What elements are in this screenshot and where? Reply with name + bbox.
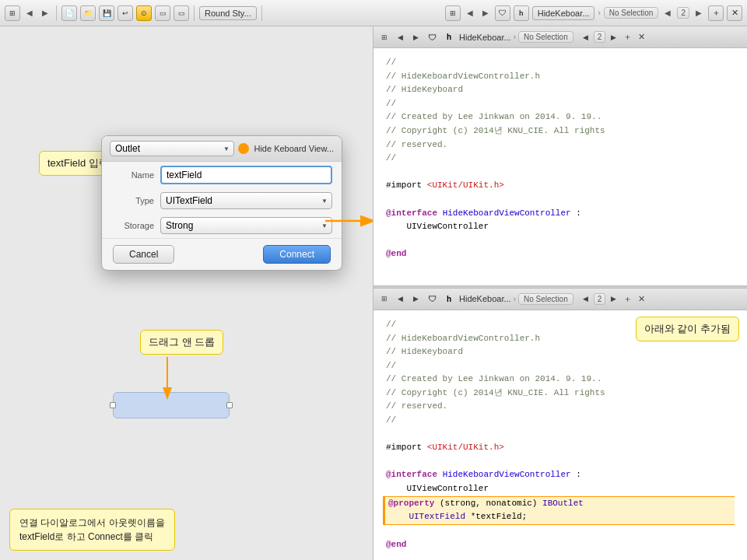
code-line: // xyxy=(386,414,735,428)
apps-icon[interactable]: ⊞ xyxy=(5,5,20,21)
top-grid-icon[interactable]: ⊞ xyxy=(378,31,391,44)
code-line xyxy=(386,428,735,442)
arrow-dialog-to-code xyxy=(325,205,374,236)
code-line xyxy=(386,234,735,248)
ib-left-panel: textField 입력 Outlet ▼ xyxy=(0,26,374,560)
connection-type-select[interactable]: Outlet xyxy=(110,141,234,156)
bottom-close-btn[interactable]: ✕ xyxy=(635,292,647,305)
undo-icon[interactable]: ↩ xyxy=(117,5,133,21)
bottom-grid-icon[interactable]: ⊞ xyxy=(378,292,391,305)
toolbar-close-btn[interactable]: ✕ xyxy=(727,5,742,21)
divider1 xyxy=(56,5,57,21)
ib-canvas: textField 입력 Outlet ▼ xyxy=(0,26,373,560)
layout-icon1[interactable]: ▭ xyxy=(155,5,170,21)
top-shield-icon: 🛡 xyxy=(425,30,439,44)
handle-right xyxy=(226,402,233,408)
top-close-btn[interactable]: ✕ xyxy=(635,31,647,44)
bottom-file-h-icon: h xyxy=(442,292,456,306)
top-counter-back[interactable]: ◀ xyxy=(580,31,592,44)
bottom-counter: 2 xyxy=(594,293,606,305)
right-panel: ⊞ ◀ ▶ 🛡 h HideKeboar... › No Selection ◀… xyxy=(374,26,747,560)
code-line: // reserved. xyxy=(386,138,735,152)
name-row: Name xyxy=(102,162,342,188)
divider2 xyxy=(194,5,195,21)
orange-dot-icon xyxy=(238,143,249,154)
annotation-drag: 드래그 앤 드롭 xyxy=(140,330,223,355)
top-code-toolbar: ⊞ ◀ ▶ 🛡 h HideKeboar... › No Selection ◀… xyxy=(374,26,747,48)
top-code-editor: // // HideKeboardViewController.h // Hid… xyxy=(374,48,747,285)
dialog-footer: Cancel Connect xyxy=(102,238,342,270)
right-nav-back[interactable]: ◀ xyxy=(464,5,476,21)
save-icon[interactable]: 💾 xyxy=(99,5,114,21)
type-select[interactable]: UITextField xyxy=(160,192,332,209)
new-file-icon[interactable]: 📄 xyxy=(61,5,77,21)
code-line: // Copyright (c) 2014년 KNU_CIE. All righ… xyxy=(386,387,735,401)
annotation-bottom: 연결 다이알로그에서 아웃렛이름을textField로 하고 Connect를 … xyxy=(9,509,175,551)
bottom-breadcrumb-path: HideKeboar... › No Selection xyxy=(459,293,573,305)
project-label[interactable]: Round Sty... xyxy=(199,6,257,20)
shield-icon[interactable]: 🛡 xyxy=(495,5,510,21)
top-toolbar: ⊞ ◀ ▶ 📄 📁 💾 ↩ ⊙ ▭ ▭ Round Sty... ⊞ ◀ ▶ 🛡… xyxy=(0,0,747,26)
code-line xyxy=(386,525,735,539)
nav-counter: 2 xyxy=(677,7,689,19)
bottom-counter-forward[interactable]: ▶ xyxy=(607,292,619,305)
dialog-header: Outlet ▼ Hide Keboard View... xyxy=(102,136,342,162)
bottom-add-btn[interactable]: ＋ xyxy=(621,292,633,305)
top-counter-forward[interactable]: ▶ xyxy=(607,31,619,44)
code-line: // xyxy=(386,97,735,111)
connection-type-wrap[interactable]: Outlet ▼ xyxy=(110,141,234,156)
bottom-nav-controls: ◀ 2 ▶ ＋ ✕ xyxy=(580,292,648,305)
bottom-forward-btn[interactable]: ▶ xyxy=(409,292,422,305)
storage-row: Storage Strong ▼ xyxy=(102,213,342,238)
run-icon[interactable]: ⊙ xyxy=(136,5,152,21)
layout-icon2[interactable]: ▭ xyxy=(174,5,189,21)
storage-select[interactable]: Strong xyxy=(160,217,332,234)
connect-button[interactable]: Connect xyxy=(263,245,331,264)
connection-dialog: Outlet ▼ Hide Keboard View... Name Type xyxy=(101,135,342,271)
outlet-target-label: Hide Keboard View... xyxy=(254,144,334,153)
toolbar-add-btn[interactable]: ＋ xyxy=(708,5,724,21)
top-add-btn[interactable]: ＋ xyxy=(621,31,633,44)
code-line: UIViewController xyxy=(386,220,735,234)
top-file-h-icon: h xyxy=(442,30,456,44)
hide-keboard-label: HideKeboar... xyxy=(532,6,595,20)
bottom-breadcrumb-sep: › xyxy=(514,295,516,303)
code-line xyxy=(386,193,735,207)
name-input[interactable] xyxy=(160,166,332,184)
badge-nav-forward[interactable]: ▶ xyxy=(693,5,705,21)
top-breadcrumb-path: HideKeboar... › No Selection xyxy=(459,31,573,43)
property-line-highlight: @property (strong, nonatomic) IBOutlet xyxy=(383,496,735,511)
top-breadcrumb-file: HideKeboar... xyxy=(459,33,511,42)
code-line: #import <UIKit/UIKit.h> xyxy=(386,441,735,455)
code-line: // Created by Lee Jinkwan on 2014. 9. 19… xyxy=(386,110,735,124)
type-dropdown-wrap[interactable]: UITextField ▼ xyxy=(160,192,332,209)
bottom-back-btn[interactable]: ◀ xyxy=(394,292,406,305)
right-nav-forward[interactable]: ▶ xyxy=(479,5,492,21)
code-line: // xyxy=(386,152,735,166)
annotation-added: 아래와 같이 추가됨 xyxy=(636,317,739,341)
divider3 xyxy=(261,5,262,21)
badge-nav-back[interactable]: ◀ xyxy=(661,5,674,21)
top-back-btn[interactable]: ◀ xyxy=(394,31,406,44)
open-folder-icon[interactable]: 📁 xyxy=(80,5,96,21)
cancel-button[interactable]: Cancel xyxy=(113,245,174,264)
bottom-shield-icon: 🛡 xyxy=(425,292,439,306)
storage-dropdown-wrap[interactable]: Strong ▼ xyxy=(160,217,332,234)
code-line: #import <UIKit/UIKit.h> xyxy=(386,179,735,193)
code-line: @end xyxy=(386,247,735,261)
top-code-section: ⊞ ◀ ▶ 🛡 h HideKeboar... › No Selection ◀… xyxy=(374,26,747,285)
no-selection-badge: No Selection xyxy=(604,7,659,19)
code-line: @end xyxy=(386,538,735,552)
name-label: Name xyxy=(111,170,154,180)
handle-left xyxy=(110,402,116,408)
top-forward-btn[interactable]: ▶ xyxy=(409,31,422,44)
type-row: Type UITextField ▼ xyxy=(102,188,342,213)
bottom-counter-back[interactable]: ◀ xyxy=(580,292,592,305)
file-h-icon[interactable]: h xyxy=(514,5,529,21)
nav-forward-btn[interactable]: ▶ xyxy=(39,5,51,21)
nav-back-btn[interactable]: ◀ xyxy=(23,5,36,21)
storage-label: Storage xyxy=(111,221,154,230)
main-layout: textField 입력 Outlet ▼ xyxy=(0,26,747,560)
grid-icon[interactable]: ⊞ xyxy=(445,5,461,21)
code-line: // HideKeyboard xyxy=(386,83,735,97)
